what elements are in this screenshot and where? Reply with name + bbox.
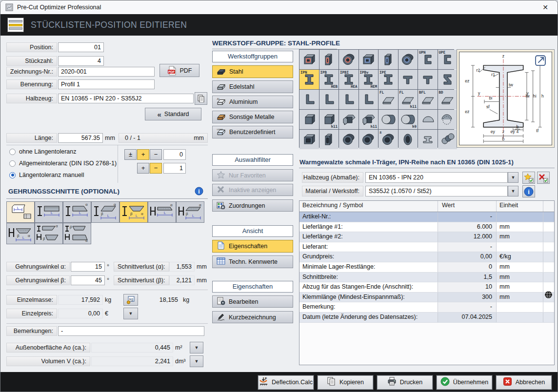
miter-option-miter-alpha[interactable]: αL: [63, 201, 91, 223]
radio-allgemeintoleranz[interactable]: Allgemeintoleranz (DIN ISO 2768-1): [9, 160, 117, 167]
profile-option-angle[interactable]: [319, 90, 339, 109]
profile-option-square-bar[interactable]: [299, 110, 319, 129]
profile-option-ipbv[interactable]: IPBvHEM: [359, 70, 379, 89]
deflection-calc-button[interactable]: FDeflection.Calc: [258, 375, 314, 390]
profile-option-round-bar[interactable]: h9: [399, 110, 418, 129]
profile-option-ipbi[interactable]: IPBIHEA: [339, 70, 359, 89]
table-row[interactable]: Lieferlänge #1:6.000mm: [299, 222, 554, 233]
halbzeug-dropdown-arrow[interactable]: ▼: [508, 172, 518, 183]
laenge-input[interactable]: 567.35: [58, 133, 103, 143]
profile-option-tube-oval[interactable]: [399, 130, 418, 149]
profile-option-ipe[interactable]: IPE: [379, 70, 398, 89]
auswahlfilter-button-nur-favoriten[interactable]: Nur Favoriten: [212, 169, 293, 181]
profile-option-upe[interactable]: UPE: [438, 50, 458, 69]
profile-option-angle[interactable]: [359, 90, 379, 109]
profile-option-fl[interactable]: FL: [379, 90, 398, 109]
winkel-alpha-input[interactable]: 15: [71, 262, 105, 272]
profile-option-tube-round[interactable]: [339, 130, 359, 149]
flaeche-dropdown[interactable]: ▼: [190, 342, 203, 353]
auswahlfilter-button-zuordnungen[interactable]: Zuordnungen: [212, 199, 293, 212]
table-row[interactable]: Lieferlänge #2:12.000mm: [299, 232, 554, 242]
halbzeug-abmasse-select[interactable]: EN 10365 - IPN 220: [365, 172, 508, 183]
profile-option-tube-rect-red[interactable]: [319, 50, 339, 69]
position-input[interactable]: 01: [58, 42, 104, 52]
profile-option-tube-rect-blue[interactable]: [379, 50, 398, 69]
tolerance-minus-input[interactable]: 1: [163, 163, 186, 174]
profile-option-hex-bar[interactable]: h11: [359, 110, 379, 129]
table-row[interactable]: Artikel-Nr.:-: [299, 212, 554, 222]
profile-option-bfl[interactable]: BFL: [418, 90, 438, 109]
miter-option-double-profile-miter-2[interactable]: βα: [63, 223, 91, 244]
info-icon[interactable]: i: [195, 187, 203, 197]
-bernehmen-button[interactable]: Übernehmen: [437, 375, 492, 390]
volumen-dropdown[interactable]: ▼: [190, 355, 203, 367]
profile-option-zee[interactable]: [438, 70, 458, 89]
profile-option-tube-round-red[interactable]: [339, 50, 359, 69]
miter-option-double-profile-miter-1[interactable]: αβ: [35, 223, 63, 244]
radio-ohne-toleranz[interactable]: ohne Längentoleranz: [9, 148, 76, 155]
favorite-toggle-button[interactable]: [522, 172, 535, 184]
ansicht-button-techn-kennwerte[interactable]: Techn. Kennwerte: [212, 255, 293, 268]
profile-option-square-bar[interactable]: h11: [319, 110, 339, 129]
copy-halbzeug-button[interactable]: [195, 92, 207, 105]
standard-button[interactable]: « Standard: [145, 108, 201, 120]
profile-option-tee[interactable]: [418, 70, 438, 89]
miter-option-drawing-sheet[interactable]: L: [6, 201, 35, 223]
profile-option-round-dotted[interactable]: [438, 110, 458, 129]
profile-option-ipb[interactable]: IPBHEB: [319, 70, 339, 89]
profile-option-tee[interactable]: [399, 70, 418, 89]
material-info-button[interactable]: i: [522, 185, 535, 197]
profile-option-ipn[interactable]: IPN: [299, 70, 319, 89]
table-row[interactable]: Grundpreis:0,00€/kg: [299, 252, 554, 262]
profile-option-rail[interactable]: [418, 130, 438, 149]
inactive-toggle-button[interactable]: [537, 172, 550, 184]
einzelpreis-dropdown[interactable]: ▼: [123, 308, 138, 319]
miter-option-flat-miter-alpha[interactable]: αL: [148, 201, 176, 223]
tolerance-minus-button[interactable]: −: [150, 149, 162, 160]
auswahlfilter-button-inaktive-anzeigen[interactable]: Inaktive anzeigen: [212, 184, 293, 196]
table-row[interactable]: Abzug für das Stangen-Ende (Anschnitt):1…: [299, 282, 554, 293]
profile-option-tube-square[interactable]: [299, 130, 319, 149]
table-row[interactable]: Klemmlänge (Mindest-Einspannmaß):300mm: [299, 293, 554, 303]
drucken-button[interactable]: Drucken: [377, 375, 433, 390]
kg-convert-button[interactable]: kg: [123, 294, 138, 306]
tolerance-plus-input[interactable]: 0: [163, 149, 186, 160]
profile-option-tube-round-blue[interactable]: [399, 50, 418, 69]
profile-option-angle[interactable]: [339, 90, 359, 109]
pdf-button[interactable]: PDF PDF: [159, 64, 199, 77]
tolerance-minus2-button[interactable]: −: [150, 163, 162, 174]
benennung-input[interactable]: Profil 1: [58, 79, 155, 89]
profile-option-tube-square-red[interactable]: [299, 50, 319, 69]
profile-option-half-round[interactable]: [418, 110, 438, 129]
profile-option-tube-square-blue[interactable]: [359, 50, 379, 69]
zeichnungsnr-input[interactable]: 2020-001: [58, 67, 155, 77]
miter-option-straight-cut[interactable]: L: [35, 201, 63, 223]
miter-option-parallelogram-miter-alpha-beta[interactable]: αβL: [91, 201, 120, 223]
profile-option-fl[interactable]: FLh11: [399, 90, 418, 109]
miter-option-flat-parallelogram-miter[interactable]: αβL: [176, 201, 204, 223]
tolerance-pm-button[interactable]: ±: [124, 149, 137, 160]
profile-option-angle[interactable]: [299, 90, 319, 109]
profile-option-bd[interactable]: BD: [438, 90, 458, 109]
close-icon[interactable]: ✕: [540, 2, 551, 12]
miter-option-trapezoid-miter-beta-alpha[interactable]: βαL: [120, 201, 148, 223]
table-row[interactable]: Minimale Lager-Restlänge:0mm: [299, 262, 554, 273]
eigenschaften-button-bearbeiten[interactable]: Bearbeiten: [212, 295, 293, 308]
profile-option-bundle[interactable]: [438, 130, 458, 149]
profile-option-tube-rect[interactable]: [319, 130, 339, 149]
ansicht-button-eigenschaften[interactable]: Eigenschaften: [212, 240, 293, 253]
bemerkungen-input[interactable]: -: [58, 326, 204, 336]
winkel-beta-input[interactable]: 45: [71, 275, 105, 285]
werkstoffgruppen-button-benutzerdefiniert[interactable]: USERBenutzerdefiniert: [212, 126, 293, 138]
profile-option-round-bar[interactable]: [379, 110, 398, 129]
eigenschaften-button-kurzbezeichnung[interactable]: Kurzbezeichnung: [212, 311, 293, 323]
kopieren-button[interactable]: Kopieren: [318, 375, 373, 390]
tolerance-plus-button[interactable]: +: [137, 149, 149, 160]
abbrechen-button[interactable]: Abbrechen: [496, 375, 552, 390]
radio-toleranz-manuell[interactable]: Längentoleranz manuell: [9, 172, 84, 178]
table-row[interactable]: Lieferant:-: [299, 242, 554, 253]
table-row[interactable]: Datum (letzte Änderung des Datensatzes):…: [299, 313, 554, 323]
profile-option-hex-bar[interactable]: [339, 110, 359, 129]
profile-option-±[interactable]: ±: [379, 130, 398, 149]
profile-option-tube-round[interactable]: [359, 130, 379, 149]
